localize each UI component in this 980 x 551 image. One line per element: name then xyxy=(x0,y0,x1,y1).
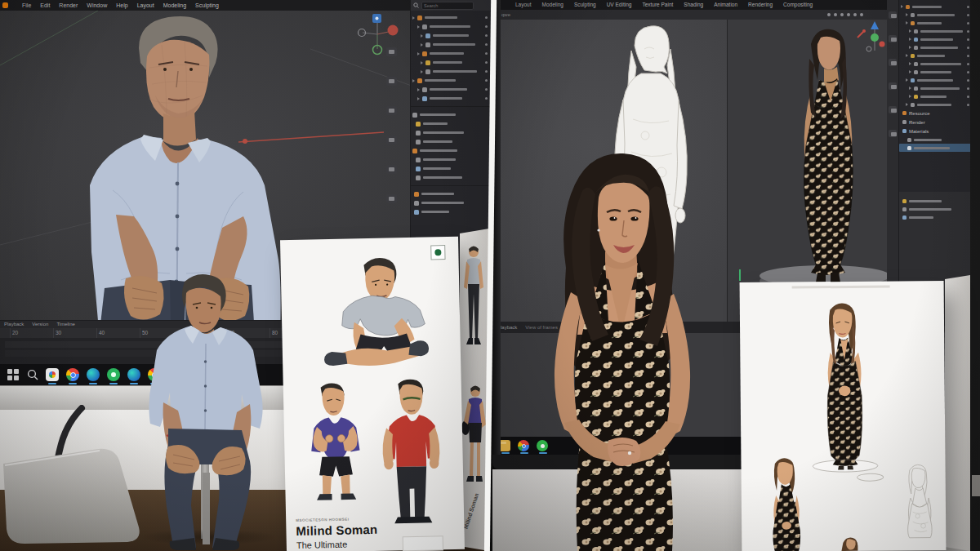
properties-row[interactable] xyxy=(411,198,491,207)
tool-button[interactable] xyxy=(386,136,397,144)
properties-row[interactable] xyxy=(899,197,973,205)
outliner-row[interactable] xyxy=(411,40,491,49)
visibility-icon[interactable] xyxy=(967,71,969,73)
visibility-icon[interactable] xyxy=(485,52,488,55)
menu-item[interactable]: Edit xyxy=(40,0,50,11)
tool-button[interactable] xyxy=(889,59,897,66)
visibility-icon[interactable] xyxy=(485,88,488,91)
meet-icon[interactable] xyxy=(107,368,120,381)
outliner-row[interactable] xyxy=(899,11,973,19)
header-icons[interactable] xyxy=(827,13,863,16)
properties-row[interactable] xyxy=(899,205,973,213)
outliner-row[interactable] xyxy=(411,31,491,40)
tool-button[interactable] xyxy=(386,194,397,203)
visibility-icon[interactable] xyxy=(485,79,488,82)
properties-row[interactable] xyxy=(411,128,491,137)
timeline-tab[interactable]: Timeline xyxy=(56,321,74,328)
outliner-row[interactable] xyxy=(899,35,973,43)
workspace-tab[interactable]: Compositing xyxy=(783,0,813,10)
visibility-icon[interactable] xyxy=(967,22,969,24)
search-icon[interactable] xyxy=(27,369,38,380)
tool-button[interactable] xyxy=(889,82,897,90)
visibility-icon[interactable] xyxy=(485,70,488,73)
timeline-tab[interactable]: Playback xyxy=(4,321,24,328)
photos-app-icon[interactable] xyxy=(46,368,59,381)
outliner-row[interactable] xyxy=(411,13,491,22)
outliner-row[interactable] xyxy=(411,49,491,58)
menu-item[interactable]: Sculpting xyxy=(195,0,219,11)
properties-row[interactable] xyxy=(411,173,491,182)
tool-button[interactable] xyxy=(386,165,397,174)
tool-button[interactable] xyxy=(889,106,897,113)
menu-item[interactable]: Render xyxy=(59,0,78,11)
visibility-icon[interactable] xyxy=(967,87,969,90)
visibility-icon[interactable] xyxy=(967,30,969,33)
visibility-icon[interactable] xyxy=(485,43,488,46)
menu-item[interactable]: Help xyxy=(116,0,127,11)
start-icon[interactable] xyxy=(7,368,20,381)
outliner-row[interactable] xyxy=(411,76,491,85)
tool-button[interactable] xyxy=(386,106,397,115)
visibility-icon[interactable] xyxy=(967,14,969,16)
visibility-icon[interactable] xyxy=(485,97,488,100)
menu-item[interactable]: Window xyxy=(87,0,107,11)
folder-icon[interactable] xyxy=(499,440,510,451)
outliner-search[interactable] xyxy=(411,0,491,11)
visibility-icon[interactable] xyxy=(967,38,969,41)
workspace-tab[interactable]: Animation xyxy=(714,0,737,10)
outliner-row[interactable] xyxy=(899,68,973,76)
outliner-row[interactable] xyxy=(411,94,491,103)
outliner-row[interactable] xyxy=(899,92,973,100)
visibility-icon[interactable] xyxy=(485,61,488,64)
outliner-row[interactable] xyxy=(411,85,491,94)
visibility-icon[interactable] xyxy=(967,6,969,8)
outliner-row[interactable] xyxy=(899,144,973,152)
outliner-row[interactable] xyxy=(899,136,973,144)
visibility-icon[interactable] xyxy=(967,104,969,106)
workspace-tab[interactable]: Shading xyxy=(684,0,703,10)
workspace-tab[interactable]: Modeling xyxy=(542,0,564,10)
properties-row[interactable] xyxy=(411,146,491,155)
menu-item[interactable]: Modeling xyxy=(163,0,186,11)
outliner-row[interactable] xyxy=(899,100,973,109)
outliner-section[interactable]: Materials xyxy=(899,127,973,136)
workspace-tab[interactable]: Sculpting xyxy=(574,0,596,10)
outliner-row[interactable] xyxy=(411,22,491,31)
properties-row[interactable] xyxy=(411,189,491,198)
menu-item[interactable]: Layout xyxy=(137,0,154,11)
edge-icon[interactable] xyxy=(87,368,100,381)
visibility-icon[interactable] xyxy=(967,63,969,65)
outliner-row[interactable] xyxy=(899,60,973,68)
outliner-row[interactable] xyxy=(899,43,973,51)
properties-row[interactable] xyxy=(411,110,491,119)
visibility-icon[interactable] xyxy=(485,25,488,28)
visibility-icon[interactable] xyxy=(485,34,488,37)
menu-item[interactable]: File xyxy=(22,0,31,11)
outliner-row[interactable] xyxy=(411,58,491,67)
outliner-search-input[interactable] xyxy=(421,2,474,10)
visibility-icon[interactable] xyxy=(967,96,969,98)
tool-button[interactable] xyxy=(386,47,397,56)
workspace-tab[interactable]: UV Editing xyxy=(607,0,632,10)
navigation-gizmo-icon[interactable] xyxy=(864,20,885,57)
properties-row[interactable] xyxy=(411,155,491,164)
tool-button[interactable] xyxy=(889,130,897,137)
chrome-icon[interactable] xyxy=(66,368,79,381)
tool-button[interactable] xyxy=(386,77,397,86)
outliner-section[interactable]: Render xyxy=(899,118,973,127)
properties-row[interactable] xyxy=(411,207,491,216)
outliner-row[interactable] xyxy=(899,19,973,27)
outliner-row[interactable] xyxy=(899,27,973,35)
outliner-section[interactable]: Resource xyxy=(899,109,973,118)
visibility-icon[interactable] xyxy=(967,79,969,82)
outliner-row[interactable] xyxy=(899,76,973,84)
properties-row[interactable] xyxy=(899,213,973,221)
workspace-tab[interactable]: Rendering xyxy=(748,0,773,10)
properties-row[interactable] xyxy=(411,164,491,173)
properties-row[interactable] xyxy=(411,119,491,128)
visibility-icon[interactable] xyxy=(967,47,969,49)
outliner-row[interactable] xyxy=(899,2,973,11)
visibility-icon[interactable] xyxy=(967,55,969,57)
workspace-tab[interactable]: Layout xyxy=(515,0,532,10)
outliner-row[interactable] xyxy=(411,67,491,76)
